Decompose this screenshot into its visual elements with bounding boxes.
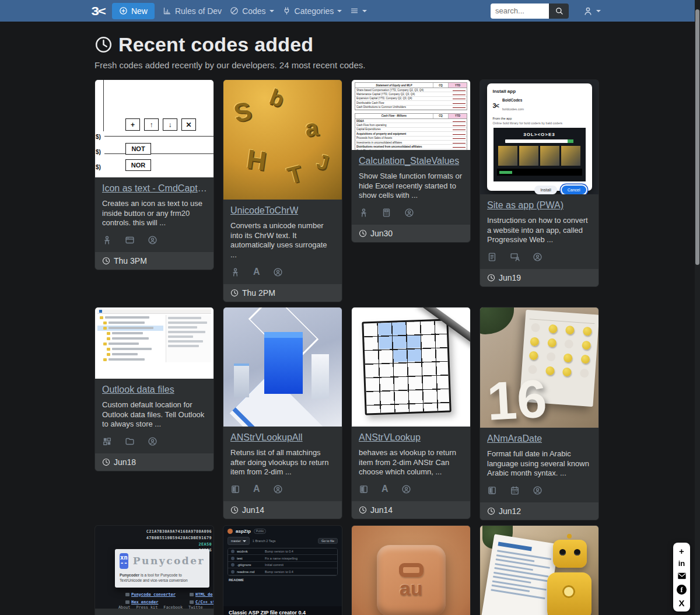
margin-label: $) <box>96 164 101 170</box>
form-box-mock: NOR <box>125 159 151 171</box>
x-twitter-icon[interactable]: X <box>678 599 684 607</box>
email-icon[interactable] <box>677 571 687 581</box>
divider <box>103 80 104 131</box>
card-title-link[interactable]: Calculation_StaleValues <box>359 155 459 166</box>
calculator-icon[interactable] <box>382 208 391 218</box>
card-date: Jun30 <box>370 229 393 238</box>
search-icon <box>555 6 564 15</box>
card-thumbnail[interactable] <box>223 308 342 427</box>
form-button-mock: + <box>125 118 140 131</box>
user-circle-icon[interactable] <box>533 485 542 495</box>
nav-codes-dropdown[interactable]: Codes <box>230 6 274 16</box>
user-circle-icon[interactable] <box>404 208 414 218</box>
scrollbar-track[interactable] <box>695 0 700 615</box>
card-title-link[interactable]: ANmAraDate <box>487 433 542 444</box>
photo-letter: a <box>304 114 320 142</box>
person-icon[interactable] <box>102 235 112 245</box>
card-footer: Jun18 <box>95 453 214 471</box>
hamburger-icon <box>350 6 359 15</box>
card-footer: Thu 2PM <box>223 284 342 302</box>
cards-grid: +↑↓✕ NOT NOR $) $) $) Icon as text - Cmd… <box>94 79 599 615</box>
card-thumbnail[interactable]: aspZipPublic master 1 Branch 2 Tags Go t… <box>223 526 342 615</box>
form-box-mock: NOT <box>125 143 151 155</box>
card-footer: Jun14 <box>223 501 342 519</box>
code-card: +↑↓✕ NOT NOR $) $) $) Icon as text - Cmd… <box>94 79 214 270</box>
search-input[interactable] <box>491 4 549 19</box>
user-circle-icon[interactable] <box>273 267 283 277</box>
card-title-link[interactable]: UnicodeToChrW <box>230 205 298 216</box>
photo-letter: T <box>285 160 305 190</box>
card-title-link[interactable]: Site as app (PWA) <box>487 200 564 211</box>
card-date: Thu 3PM <box>114 256 147 265</box>
app-grid-icon[interactable] <box>102 436 112 446</box>
excel-row: DD&A <box>355 119 467 123</box>
nav-menu-dropdown[interactable] <box>350 6 367 15</box>
new-button[interactable]: New <box>112 3 155 19</box>
card-thumbnail[interactable]: au <box>352 526 470 615</box>
nav-rules-of-dev[interactable]: Rules of Dev <box>163 6 222 16</box>
code-card: Statement of Equity and MLPCQYTD Share-b… <box>351 79 471 243</box>
outlook-tree-mock <box>97 315 163 362</box>
window-icon[interactable] <box>125 235 135 245</box>
calendar-icon[interactable] <box>510 485 520 495</box>
excel-row: Maintenance Capital (YTD, Company Q2, Q3… <box>355 92 467 96</box>
card-thumbnail[interactable] <box>95 308 214 379</box>
linkedin-icon[interactable]: in <box>678 560 685 567</box>
person-icon[interactable] <box>359 208 369 218</box>
card-description: Converts a unicode number into its ChrW … <box>230 221 335 260</box>
card-title-link[interactable]: ANStrVLookupAll <box>230 432 303 443</box>
code-card: 16 ANmAraDate Format full date in Arabic… <box>480 307 599 520</box>
user-menu-dropdown[interactable] <box>583 6 601 16</box>
card-thumbnail[interactable]: Install app 3< BoldCodesboldcodes.com Fr… <box>480 80 598 194</box>
nav-categories-dropdown[interactable]: Categories <box>282 6 342 16</box>
font-icon[interactable]: A <box>382 484 388 494</box>
columns-icon[interactable] <box>230 484 240 494</box>
person-icon[interactable] <box>230 267 240 277</box>
card-date: Jun18 <box>114 457 136 467</box>
card-date: Jun14 <box>242 505 264 515</box>
search-group <box>491 4 569 19</box>
share-plus-button[interactable]: + <box>679 547 684 555</box>
margin-label: $) <box>96 134 101 140</box>
caret-down-icon <box>596 10 601 15</box>
card-thumbnail[interactable]: C21A7B30A9A74168A9780A096 47B0B5519B5942… <box>95 526 214 609</box>
font-icon[interactable]: A <box>253 267 260 277</box>
pillar-mock <box>312 354 329 399</box>
user-circle-icon[interactable] <box>148 235 158 245</box>
card-title-link[interactable]: ANStrVLookup <box>359 432 421 443</box>
clock-icon <box>102 257 110 265</box>
user-circle-icon[interactable] <box>148 436 158 446</box>
cube-mock <box>264 338 303 394</box>
columns-icon[interactable] <box>487 485 497 495</box>
caret-down-icon <box>362 10 367 15</box>
robot-head-mock <box>553 540 587 568</box>
folder-icon[interactable] <box>125 436 135 446</box>
code-card: S b a H T J UnicodeToChrW Converts a uni… <box>223 79 342 302</box>
search-button[interactable] <box>549 4 569 19</box>
card-description: Instructions on how to convert a website… <box>487 216 592 245</box>
card-title-link[interactable]: Icon as text - CmdCaption_Ch... <box>102 183 208 194</box>
user-circle-icon[interactable] <box>273 484 283 494</box>
card-thumbnail[interactable]: Statement of Equity and MLPCQYTD Share-b… <box>352 80 470 150</box>
scrollbar-thumb[interactable] <box>695 9 699 265</box>
card-footer: Jun12 <box>480 502 598 520</box>
robot-body-mock <box>547 572 592 615</box>
card-thumbnail[interactable] <box>480 526 598 615</box>
columns-icon[interactable] <box>359 484 369 494</box>
book-icon[interactable] <box>487 252 497 262</box>
card-description: Show Stale function formats or hide Exce… <box>359 172 463 201</box>
user-circle-icon[interactable] <box>533 252 542 262</box>
app-logo: 3< <box>493 102 499 109</box>
excel-table-mock: Statement of Equity and MLPCQYTD Share-b… <box>355 82 467 110</box>
card-title-link[interactable]: Outlook data files <box>102 384 174 395</box>
card-thumbnail[interactable] <box>352 308 470 427</box>
card-thumbnail[interactable]: S b a H T J <box>223 80 342 200</box>
card-thumbnail[interactable]: 16 <box>480 308 598 428</box>
facebook-icon[interactable]: f <box>677 585 687 595</box>
card-thumbnail[interactable]: +↑↓✕ NOT NOR $) $) $) <box>95 80 214 177</box>
code-card: C21A7B30A9A74168A9780A096 47B0B5519B5942… <box>94 525 214 615</box>
user-circle-icon[interactable] <box>401 484 411 494</box>
site-logo[interactable]: 3< <box>92 4 105 18</box>
font-icon[interactable]: A <box>253 484 260 494</box>
chalkboard-user-icon[interactable] <box>510 252 520 262</box>
